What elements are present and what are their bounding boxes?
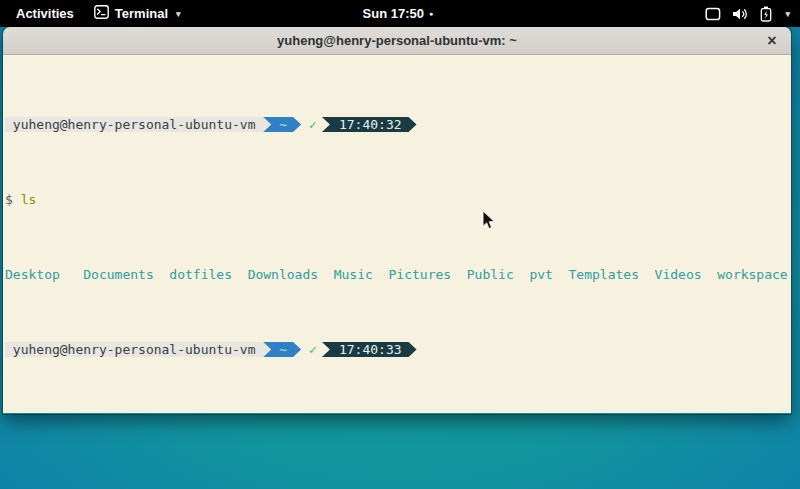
window-titlebar[interactable]: yuheng@henry-personal-ubuntu-vm: ~ × <box>3 27 791 55</box>
volume-icon <box>732 7 749 21</box>
terminal-window: yuheng@henry-personal-ubuntu-vm: ~ × yuh… <box>3 27 791 414</box>
clock-button[interactable]: Sun 17:50 ● <box>363 6 434 21</box>
battery-charging-icon <box>760 6 772 22</box>
app-menu[interactable]: Terminal ▾ <box>94 5 181 22</box>
terminal-app-icon <box>94 5 109 22</box>
prompt-char: $ <box>5 192 13 207</box>
window-title: yuheng@henry-personal-ubuntu-vm: ~ <box>277 33 517 48</box>
prompt-user-segment: yuheng@henry-personal-ubuntu-vm <box>5 117 272 132</box>
ls-output-line: Desktop Documents dotfiles Downloads Mus… <box>5 267 791 282</box>
notification-dot-icon: ● <box>429 10 433 17</box>
activities-button[interactable]: Activities <box>10 4 80 23</box>
command-line: $ls <box>5 192 791 207</box>
prompt-time-segment: 17:40:33 <box>322 342 417 357</box>
prompt-user-segment: yuheng@henry-personal-ubuntu-vm <box>5 342 272 357</box>
prompt-time-segment: 17:40:32 <box>322 117 417 132</box>
prompt-line: yuheng@henry-personal-ubuntu-vm ~ ✓ 17:4… <box>5 117 791 132</box>
clock-label: Sun 17:50 <box>363 6 424 21</box>
check-icon: ✓ <box>301 117 322 132</box>
chevron-down-icon: ▾ <box>785 9 790 19</box>
terminal-content[interactable]: yuheng@henry-personal-ubuntu-vm ~ ✓ 17:4… <box>3 55 791 413</box>
display-icon <box>705 7 721 21</box>
check-icon: ✓ <box>301 342 322 357</box>
prompt-line: yuheng@henry-personal-ubuntu-vm ~ ✓ 17:4… <box>5 342 791 357</box>
close-button[interactable]: × <box>761 30 783 52</box>
system-tray-menu[interactable]: ▾ <box>705 0 800 27</box>
command-text: ls <box>13 192 36 207</box>
top-bar: Activities Terminal ▾ Sun 17:50 ● <box>0 0 800 27</box>
chevron-down-icon: ▾ <box>176 9 181 19</box>
app-menu-label: Terminal <box>115 6 168 21</box>
